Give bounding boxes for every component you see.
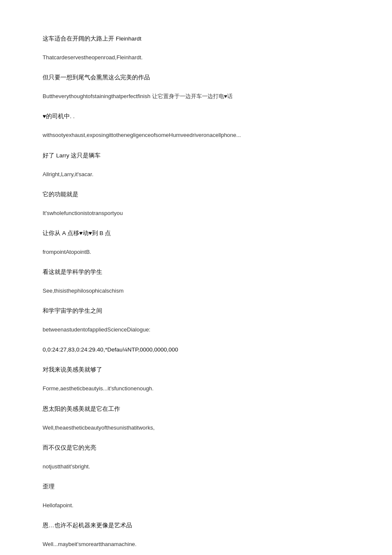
english-line-7: betweenastudentofappliedScienceDialogue:	[43, 325, 366, 334]
english-line-6: See,thisisthephilosophicalschism	[43, 287, 366, 296]
english-line-3: Allright,Larry,it'sacar.	[43, 170, 366, 179]
subtitle-block-1: 但只要一想到尾气会熏黑这么完美的作品Buttheverythoughtofsta…	[43, 73, 366, 111]
english-line-12: Hellofapoint.	[43, 501, 366, 510]
subtitle-block-6: 看这就是学科学的学生See,thisisthephilosophicalschi…	[43, 267, 366, 305]
subtitle-block-3: 好了 Larry 这只是辆车Allright,Larry,it'sacar.	[43, 151, 366, 189]
subtitle-block-2: ♥的司机中. .withsootyexhaust,exposingittothe…	[43, 112, 366, 150]
chinese-line-4: 它的功能就是	[43, 190, 366, 199]
chinese-line-1: 但只要一想到尾气会熏黑这么完美的作品	[43, 73, 366, 82]
subtitle-block-7: 和学宇宙学的学生之间betweenastudentofappliedScienc…	[43, 306, 366, 344]
english-line-9: Forme,aestheticbeautyis...it'sfunctionen…	[43, 384, 366, 393]
chinese-line-13: 恩…也许不起机器来更像是艺术品	[43, 521, 366, 530]
subtitle-block-8: 0,0:24:27,83,0:24:29.40,*Defau¼NTP,0000,…	[43, 345, 366, 364]
chinese-line-6: 看这就是学科学的学生	[43, 267, 366, 277]
chinese-line-8: 0,0:24:27,83,0:24:29.40,*Defau¼NTP,0000,…	[43, 345, 366, 355]
chinese-line-7: 和学宇宙学的学生之间	[43, 306, 366, 316]
english-line-11: notjustthatit'sbright.	[43, 462, 366, 471]
chinese-line-3: 好了 Larry 这只是辆车	[43, 151, 366, 160]
chinese-line-9: 对我来说美感美就够了	[43, 365, 366, 375]
subtitle-block-5: 让你从 A 点移♥动♥到 B 点frompointAtopointB.	[43, 229, 366, 267]
chinese-line-11: 而不仅仅是它的光亮	[43, 443, 366, 453]
english-line-2: withsootyexhaust,exposingittothenegligen…	[43, 131, 366, 140]
english-line-10: Well,theaestheticbeautyofthesunisthatitw…	[43, 424, 366, 433]
chinese-line-0: 这车适合在开阔的大路上开 Fleinhardt	[43, 34, 366, 44]
subtitle-block-11: 而不仅仅是它的光亮notjustthatit'sbright.	[43, 443, 366, 481]
chinese-line-12: 歪理	[43, 482, 366, 491]
chinese-line-5: 让你从 A 点移♥动♥到 B 点	[43, 229, 366, 238]
english-line-5: frompointAtopointB.	[43, 248, 366, 257]
subtitle-block-10: 恩太阳的美感美就是它在工作Well,theaestheticbeautyofth…	[43, 404, 366, 442]
subtitle-block-13: 恩…也许不起机器来更像是艺术品Well...maybeit'smoreartth…	[43, 521, 366, 555]
subtitle-block-12: 歪理Hellofapoint.	[43, 482, 366, 520]
subtitle-block-0: 这车适合在开阔的大路上开 FleinhardtThatcardeservesth…	[43, 34, 366, 72]
subtitle-block-9: 对我来说美感美就够了Forme,aestheticbeautyis...it's…	[43, 365, 366, 403]
english-line-13: Well...maybeit'smoreartthanamachine.	[43, 540, 366, 549]
english-line-0: Thatcardeservestheopenroad,Fleinhardt.	[43, 53, 366, 62]
chinese-line-2: ♥的司机中. .	[43, 112, 366, 121]
english-line-4: It'swholefunctionistotransportyou	[43, 209, 366, 218]
english-line-1: Buttheverythoughtofstainingthatperfectfi…	[43, 92, 366, 101]
chinese-line-10: 恩太阳的美感美就是它在工作	[43, 404, 366, 414]
main-content: 这车适合在开阔的大路上开 FleinhardtThatcardeservesth…	[43, 34, 366, 555]
subtitle-block-4: 它的功能就是It'swholefunctionistotransportyou	[43, 190, 366, 228]
